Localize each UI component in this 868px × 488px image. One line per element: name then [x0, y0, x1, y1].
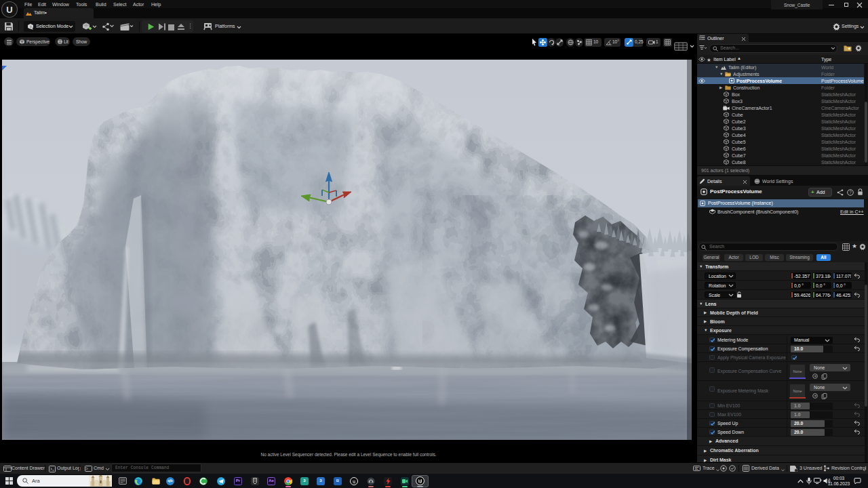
- svg-text:U: U: [6, 5, 12, 15]
- svg-text:u: u: [353, 478, 355, 484]
- svg-text:?: ?: [849, 190, 852, 195]
